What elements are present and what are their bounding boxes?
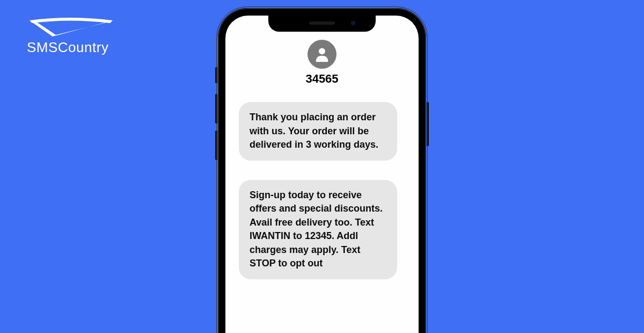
- phone-power-button: [427, 102, 429, 146]
- phone-notch: [268, 16, 376, 32]
- phone-screen: 34565 Thank you placing an order with us…: [225, 16, 419, 333]
- phone-speaker: [309, 21, 335, 25]
- brand-logo: SMSCountry: [27, 16, 115, 56]
- logo-text: SMSCountry: [27, 39, 115, 56]
- phone-camera: [351, 21, 355, 25]
- message-bubble: Sign-up today to receive offers and spec…: [239, 180, 397, 279]
- phone-volume-down: [215, 131, 217, 160]
- svg-point-0: [319, 48, 325, 54]
- phone-volume-up: [215, 94, 217, 124]
- phone-frame: 34565 Thank you placing an order with us…: [218, 8, 426, 333]
- phone-mockup: 34565 Thank you placing an order with us…: [218, 8, 426, 333]
- message-bubble: Thank you placing an order with us. Your…: [239, 102, 397, 161]
- message-list: Thank you placing an order with us. Your…: [225, 102, 419, 279]
- person-icon: [313, 45, 331, 63]
- contact-avatar: [308, 40, 336, 69]
- sender-number: 34565: [305, 72, 338, 86]
- logo-swoosh-icon: [27, 16, 115, 40]
- phone-mute-switch: [215, 67, 217, 83]
